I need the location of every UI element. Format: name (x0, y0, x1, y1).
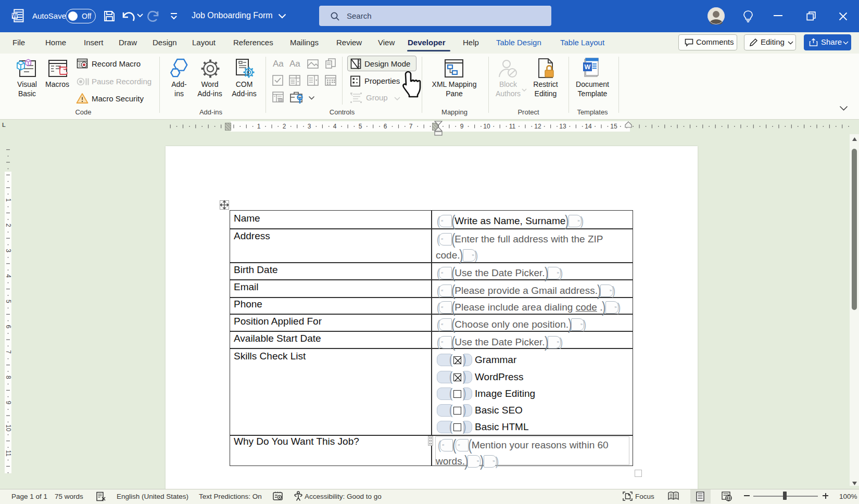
svg-text:6: 6 (5, 325, 12, 329)
svg-text:4: 4 (5, 274, 12, 278)
svg-text:8: 8 (5, 376, 12, 379)
svg-text:2: 2 (5, 224, 12, 227)
svg-text:1: 1 (5, 198, 12, 202)
svg-text:11: 11 (5, 450, 12, 457)
svg-text:7: 7 (5, 350, 12, 354)
svg-text:W: W (585, 63, 591, 71)
svg-text:10: 10 (5, 424, 12, 432)
svg-text:5: 5 (5, 300, 12, 303)
svg-text:9: 9 (5, 401, 12, 405)
svg-text:W: W (12, 12, 17, 19)
svg-text:3: 3 (5, 249, 12, 253)
